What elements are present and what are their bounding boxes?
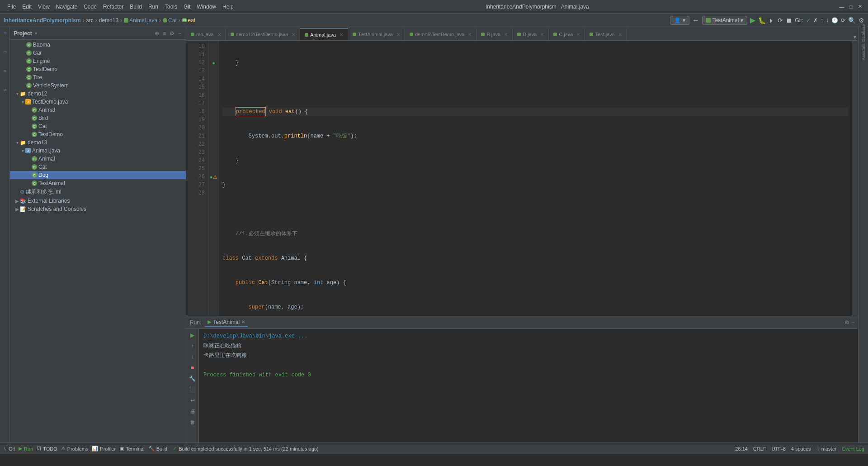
tree-item-demo13[interactable]: ▾ 📁 demo13 [10, 138, 186, 147]
window-controls[interactable]: — □ ✕ [838, 3, 863, 10]
run-settings-icon[interactable]: ⚙ [844, 319, 849, 326]
sidebar-bookmarks-icon[interactable]: B [1, 67, 9, 75]
tree-item-baoma[interactable]: C Baoma [10, 41, 186, 49]
tree-item-testdemo-java[interactable]: ▾ J TestDemo.java [10, 98, 186, 106]
tree-item-animal-java[interactable]: ▾ J Animal.java [10, 147, 186, 155]
status-problems[interactable]: ⚠ Problems [61, 446, 88, 452]
menu-view[interactable]: View [35, 3, 52, 11]
run-print-icon[interactable]: 🖨 [188, 407, 197, 416]
breadcrumb-demo13[interactable]: demo13 [99, 17, 118, 24]
menu-window[interactable]: Window [194, 3, 219, 11]
tree-item-animal-d12[interactable]: C Animal [10, 106, 186, 114]
tabs-overflow[interactable]: ▾ [852, 34, 858, 40]
run-restart-button[interactable]: ▶ [188, 331, 197, 340]
project-tree[interactable]: C Baoma C Car C Engine C TestDemo C [10, 40, 186, 442]
status-profiler[interactable]: 📊 Profiler [92, 446, 116, 452]
code-text[interactable]: } protected void eat() { System.out.prin… [219, 41, 852, 316]
tree-item-testdemo-d12[interactable]: C TestDemo [10, 130, 186, 138]
project-name[interactable]: InheritanceAndPolymorphism [4, 17, 81, 24]
maximize-button[interactable]: □ [847, 3, 854, 10]
menu-code[interactable]: Code [81, 3, 99, 11]
minimize-button[interactable]: — [838, 3, 845, 10]
tab-b-java[interactable]: B.java ✕ [476, 29, 513, 40]
code-editor[interactable]: 10 11 12 13 14 15 16 17 18 19 20 21 22 2… [186, 41, 858, 316]
run-wrench-icon[interactable]: 🔧 [188, 374, 197, 383]
coverage-button[interactable]: ⏵ [769, 17, 775, 24]
tab-test-java[interactable]: Test.java ✕ [585, 29, 627, 40]
breadcrumb-src[interactable]: src [86, 17, 94, 24]
close-button[interactable]: ✕ [856, 3, 863, 10]
project-panel-actions[interactable]: ⊕ ≡ ⚙ − [154, 29, 182, 38]
menu-build[interactable]: Build [127, 3, 145, 11]
breadcrumb-file[interactable]: Animal.java [124, 17, 157, 24]
tab-testdemo12[interactable]: demo12\TestDemo.java ✕ [226, 29, 301, 40]
git-refresh[interactable]: ⟳ [841, 17, 845, 24]
breadcrumb-cat[interactable]: Cat [163, 17, 177, 24]
menu-help[interactable]: Help [220, 3, 236, 11]
run-tab-actions[interactable]: ⚙ − [844, 319, 854, 326]
git-check[interactable]: ✓ [806, 17, 811, 24]
menu-file[interactable]: File [5, 3, 19, 11]
tree-item-car[interactable]: C Car [10, 49, 186, 57]
tree-item-testanimal[interactable]: C TestAnimal [10, 179, 186, 187]
status-event-log[interactable]: Event Log [842, 446, 864, 452]
profile-button[interactable]: 👤 ▾ [670, 16, 689, 25]
status-terminal[interactable]: ▣ Terminal [119, 446, 145, 452]
tab-close[interactable]: ✕ [217, 32, 221, 37]
tab-close[interactable]: ✕ [576, 32, 580, 37]
back-icon[interactable]: ← [692, 16, 699, 24]
right-sidebar-database[interactable]: Database [859, 29, 868, 37]
tab-close[interactable]: ✕ [340, 32, 343, 37]
tree-item-cat-d12[interactable]: C Cat [10, 122, 186, 130]
menu-navigate[interactable]: Navigate [53, 3, 80, 11]
sidebar-commit-icon[interactable]: C [1, 48, 9, 56]
status-run[interactable]: ▶ Run [19, 446, 33, 452]
tree-item-testdemo[interactable]: C TestDemo [10, 65, 186, 73]
git-arrow-up[interactable]: ↑ [821, 17, 823, 24]
toolbar-more[interactable]: ⟳ [778, 17, 783, 24]
right-sidebar-assistant[interactable]: Assistant [859, 48, 868, 56]
editor-tabs[interactable]: mo.java ✕ demo12\TestDemo.java ✕ Animal.… [186, 27, 858, 41]
run-scroll-up[interactable]: ↑ [188, 342, 197, 351]
breadcrumb-eat[interactable]: meat [182, 17, 195, 24]
tree-item-dog[interactable]: C Dog [10, 171, 186, 179]
run-tab-testanimal[interactable]: ▶ TestAnimal ✕ [205, 318, 248, 327]
menu-refactor[interactable]: Refactor [100, 3, 126, 11]
status-git[interactable]: ⑂ Git [4, 446, 15, 452]
tab-close[interactable]: ✕ [396, 32, 400, 37]
run-layout-icon[interactable]: ⬛ [188, 385, 197, 394]
tree-item-demo12[interactable]: ▾ 📁 demo12 [10, 90, 186, 98]
status-indent[interactable]: 4 spaces [791, 446, 811, 452]
tree-item-cat[interactable]: C Cat [10, 163, 186, 171]
run-scroll-down[interactable]: ↓ [188, 352, 197, 361]
run-config-selector[interactable]: TestAnimal ▾ [702, 16, 748, 25]
tab-demo6-testdemo[interactable]: demo6\TestDemo.java ✕ [405, 29, 476, 40]
tree-item-bird[interactable]: C Bird [10, 114, 186, 122]
status-todo[interactable]: ☑ TODO [37, 446, 57, 452]
settings-button[interactable]: ⚙ [859, 17, 864, 24]
tab-close[interactable]: ✕ [468, 32, 472, 37]
tab-close[interactable]: ✕ [540, 32, 544, 37]
tab-close[interactable]: ✕ [504, 32, 508, 37]
status-line-ending[interactable]: CRLF [753, 446, 766, 452]
tab-c-java[interactable]: C.java ✕ [549, 29, 585, 40]
status-encoding[interactable]: UTF-8 [772, 446, 786, 452]
run-soft-wrap[interactable]: ↩ [188, 396, 197, 405]
git-arrow-down[interactable]: ↓ [826, 17, 829, 24]
vertical-scrollbar[interactable] [852, 41, 858, 316]
tab-close[interactable]: ✕ [618, 32, 622, 37]
tree-item-vehiclesystem[interactable]: C VehicleSystem [10, 81, 186, 90]
status-position[interactable]: 26:14 [735, 446, 748, 452]
project-hide-icon[interactable]: − [177, 29, 182, 38]
project-collapse-icon[interactable]: ≡ [162, 29, 167, 38]
gutter-marker-26[interactable]: ● ⚠ [209, 173, 218, 181]
tab-animal-java[interactable]: Animal.java ✕ [300, 29, 348, 40]
run-clear-icon[interactable]: 🗑 [188, 418, 197, 427]
menu-tools[interactable]: Tools [162, 3, 180, 11]
menu-run[interactable]: Run [146, 3, 161, 11]
tree-item-scratches[interactable]: ▶ 📝 Scratches and Consoles [10, 205, 186, 213]
menu-git[interactable]: Git [181, 3, 193, 11]
tree-item-tire[interactable]: C Tire [10, 73, 186, 81]
tab-testanimal[interactable]: TestAnimal.java ✕ [348, 29, 405, 40]
project-locate-icon[interactable]: ⊕ [154, 29, 160, 38]
